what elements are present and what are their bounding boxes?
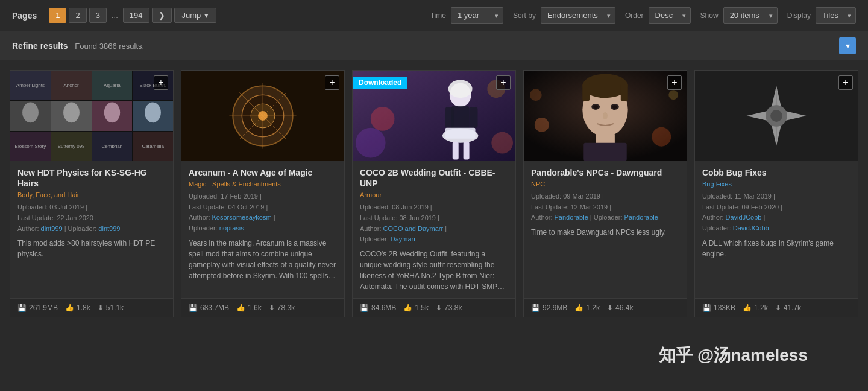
download-icon-2: ⬇ (269, 304, 275, 312)
order-label: Order (625, 11, 644, 20)
download-icon-5: ⬇ (775, 304, 781, 312)
card-1-author-link[interactable]: dint999 (41, 225, 63, 232)
card-5-category[interactable]: Bug Fixes (702, 180, 851, 188)
card-1-meta: Uploaded: 03 Jul 2019 | Last Update: 22 … (17, 202, 166, 234)
collage-cell-9: Butterfly 098 (51, 132, 92, 161)
card-4-title[interactable]: Pandorable's NPCs - Dawnguard (531, 167, 679, 178)
svg-point-19 (371, 107, 395, 131)
collage-cell-11: Caramella (133, 132, 173, 161)
svg-rect-13 (445, 107, 454, 128)
card-2-image[interactable]: + (181, 71, 344, 161)
page-1-button[interactable]: 1 (49, 8, 66, 23)
card-3-title[interactable]: COCO 2B Wedding Outfit - CBBE-UNP (360, 167, 508, 189)
card-4-add-button[interactable]: + (667, 75, 682, 90)
display-select[interactable]: Tiles List (816, 7, 856, 24)
page-2-button[interactable]: 2 (69, 8, 86, 23)
sortby-filter-group: Sort by Endorsements Downloads Name Date (513, 7, 615, 24)
next-page-button[interactable]: ❯ (152, 8, 172, 23)
card-3-body: COCO 2B Wedding Outfit - CBBE-UNP Armour… (353, 161, 515, 298)
card-3-desc: COCO's 2B Wedding Outfit, featuring a un… (360, 249, 508, 292)
order-filter-group: Order Desc Asc (625, 7, 691, 24)
card-1-image[interactable]: Amber Lights Anchor Aquaria Black Bullet… (10, 71, 173, 161)
card-3-add-button[interactable]: + (496, 75, 511, 90)
card-4-author-link[interactable]: Pandorable (555, 214, 588, 221)
card-4-category[interactable]: NPC (531, 180, 679, 188)
card-3-uploader-link[interactable]: Daymarr (391, 235, 416, 243)
mod-card-5: + Cobb Bug Fixes Bug Fixes Uploaded: 11 … (694, 70, 858, 317)
time-select[interactable]: 1 year 1 month 1 week All time (451, 7, 503, 24)
display-filter-group: Display Tiles List (787, 7, 856, 24)
refine-bar: Refine results Found 3866 results. ▾ (0, 31, 868, 60)
time-label: Time (430, 11, 446, 20)
svg-point-36 (652, 127, 671, 147)
svg-point-30 (593, 105, 598, 109)
card-3-download-stat: ⬇ 73.8k (436, 304, 462, 312)
card-4-image[interactable]: + (524, 71, 687, 161)
card-3-size-stat: 💾 84.6MB (360, 304, 396, 312)
card-3-image[interactable]: Downloaded + (353, 71, 515, 161)
sortby-select-wrapper: Endorsements Downloads Name Date (541, 7, 615, 24)
svg-point-31 (612, 105, 617, 109)
collage-cell-1: Anchor (51, 71, 92, 100)
card-2-uploader-link[interactable]: noptasis (219, 224, 244, 232)
collage-cell-10: Cembrian (92, 132, 133, 161)
card-2-add-button[interactable]: + (325, 75, 339, 90)
svg-point-8 (258, 111, 268, 121)
card-2-size-stat: 💾 683.7MB (189, 304, 229, 312)
svg-point-49 (770, 110, 782, 122)
card-4-meta: Uploaded: 09 Mar 2019 | Last Update: 12 … (531, 191, 679, 223)
card-5-add-button[interactable]: + (838, 75, 853, 90)
order-select[interactable]: Desc Asc (649, 7, 691, 24)
card-1-body: New HDT Physics for KS-SG-HG Hairs Body,… (10, 161, 173, 298)
card-3-category[interactable]: Armour (360, 191, 508, 199)
card-5-body: Cobb Bug Fixes Bug Fixes Uploaded: 11 Ma… (695, 161, 858, 298)
mod-card-3: Downloaded + COCO 2B Wedding Outfit - CB… (352, 70, 516, 317)
sortby-select[interactable]: Endorsements Downloads Name Date (541, 7, 615, 24)
card-2-desc: Years in the making, Arcanum is a massiv… (189, 238, 337, 281)
card-2-body: Arcanum - A New Age of Magic Magic - Spe… (181, 161, 344, 298)
page-ellipsis: ... (109, 11, 121, 20)
svg-point-38 (530, 89, 542, 101)
card-1-category[interactable]: Body, Face, and Hair (17, 191, 166, 199)
card-1-add-button[interactable]: + (154, 75, 168, 90)
hdd-icon-4: 💾 (531, 304, 540, 312)
refine-toggle-button[interactable]: ▾ (839, 37, 856, 54)
card-4-footer: 💾 92.9MB 👍 1.2k ⬇ 46.4k (524, 298, 687, 317)
cards-grid: Amber Lights Anchor Aquaria Black Bullet… (0, 60, 868, 327)
card-5-title[interactable]: Cobb Bug Fixes (702, 167, 851, 178)
svg-point-11 (448, 80, 473, 98)
card-5-author-link[interactable]: DavidJCobb (726, 214, 762, 221)
card-2-category[interactable]: Magic - Spells & Enchantments (189, 180, 337, 188)
card-5-uploader-link[interactable]: DavidJCobb (733, 224, 769, 232)
card-2-title[interactable]: Arcanum - A New Age of Magic (189, 167, 337, 178)
show-select[interactable]: 20 items 40 items 60 items (723, 7, 778, 24)
pages-label: Pages (12, 11, 37, 21)
collage-cell-4 (10, 101, 51, 130)
card-3-author-link[interactable]: COCO and Daymarr (383, 225, 444, 232)
card-5-image[interactable]: + (695, 71, 858, 161)
collage-cell-8: Blossom Story (10, 132, 51, 161)
mod-card-4: + Pandorable's NPCs - Dawnguard NPC Uplo… (523, 70, 687, 317)
card-3-endorse-stat: 👍 1.5k (403, 304, 429, 312)
svg-point-21 (356, 128, 386, 158)
card-1-uploader-link[interactable]: dint999 (98, 225, 120, 232)
svg-rect-27 (621, 83, 628, 101)
card-4-uploader-link[interactable]: Pandorable (624, 214, 658, 221)
card-2-footer: 💾 683.7MB 👍 1.6k ⬇ 78.3k (181, 298, 344, 317)
svg-rect-18 (464, 142, 470, 160)
card-4-body: Pandorable's NPCs - Dawnguard NPC Upload… (524, 161, 687, 298)
card-3-meta: Uploaded: 08 Jun 2019 | Last Update: 08 … (360, 202, 508, 244)
page-194-button[interactable]: 194 (123, 8, 149, 23)
card-2-meta: Uploaded: 17 Feb 2019 | Last Update: 04 … (189, 191, 337, 234)
card-1-footer: 💾 261.9MB 👍 1.8k ⬇ 51.1k (10, 298, 173, 317)
svg-point-22 (491, 132, 513, 154)
card-2-download-stat: ⬇ 78.3k (269, 304, 295, 312)
card-2-author-link[interactable]: Kosorsomesaykosm (212, 214, 272, 221)
jump-button[interactable]: Jump ▾ (174, 8, 217, 23)
show-select-wrapper: 20 items 40 items 60 items (723, 7, 778, 24)
page-3-button[interactable]: 3 (89, 8, 107, 23)
card-1-title[interactable]: New HDT Physics for KS-SG-HG Hairs (17, 167, 166, 189)
card-1-desc: This mod adds >80 hairstyles with HDT PE… (17, 238, 166, 259)
card-1-collage: Amber Lights Anchor Aquaria Black Bullet… (10, 71, 173, 161)
card-2-endorse-stat: 👍 1.6k (236, 304, 262, 312)
